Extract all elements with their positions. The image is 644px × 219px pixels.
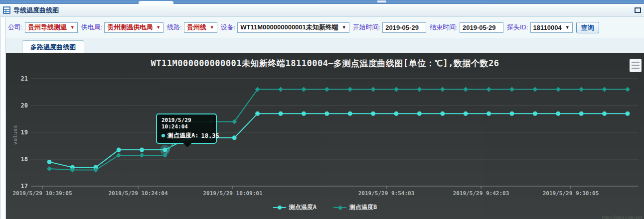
top-menu-text-remnant (377, 0, 386, 2)
line-select[interactable]: 贵州线 ▼ (184, 22, 217, 33)
top-menu-active-tab[interactable] (139, 1, 173, 5)
line-field: 线路: 贵州线 ▼ (167, 22, 217, 33)
company-label: 公司: (8, 23, 23, 32)
tooltip-value-row: 测点温度A: 18.35 (161, 131, 211, 140)
dropdown-arrow-icon: ▼ (210, 25, 214, 30)
chart-title: WT11M000000000001未知新终端18110004—多测点温度曲线图[… (6, 58, 644, 69)
svg-text:values: values (12, 125, 18, 145)
tooltip-series-label: 测点温度A: (167, 131, 198, 140)
start-time-label: 开始时间: (353, 23, 381, 32)
maximize-icon[interactable] (635, 7, 641, 13)
chart-panel: 2120191817values2019/5/29 10:39:052019/5… (6, 53, 644, 219)
svg-text:2019/5/29 9:42:03: 2019/5/29 9:42:03 (453, 190, 509, 197)
tab-multi-temperature-curve[interactable]: 多路温度曲线图 (22, 40, 84, 54)
end-time-field: 结束时间: 2019-05-29 (430, 22, 503, 33)
line-label: 线路: (167, 23, 182, 32)
power-bureau-field: 供电局: 贵州测温供电局 ▼ (81, 22, 164, 33)
svg-text:18: 18 (21, 156, 28, 163)
end-date-input[interactable]: 2019-05-29 (460, 22, 503, 33)
dropdown-arrow-icon: ▼ (342, 25, 346, 30)
svg-text:2019/5/29 9:54:03: 2019/5/29 9:54:03 (358, 190, 415, 197)
svg-text:2019/5/29 9:30:05: 2019/5/29 9:30:05 (543, 190, 599, 197)
diamond-marker-icon (333, 205, 346, 210)
dropdown-arrow-icon: ▼ (565, 25, 570, 30)
svg-text:2019/5/29 10:09:01: 2019/5/29 10:09:01 (203, 190, 263, 197)
left-gutter (0, 17, 6, 219)
svg-text:20: 20 (21, 102, 28, 109)
device-label: 设备: (221, 23, 236, 32)
tooltip-caret (183, 143, 192, 147)
watermark: https://blog.csdn.net (602, 215, 642, 219)
probe-id-select[interactable]: 18110004 ▼ (530, 22, 573, 33)
legend-item-series-b[interactable]: 测点温度B (333, 203, 377, 212)
start-time-field: 开始时间: 2019-05-29 (353, 22, 427, 33)
table-icon (3, 6, 10, 14)
dropdown-arrow-icon: ▼ (70, 25, 75, 30)
circle-marker-icon (273, 205, 286, 210)
legend-label-series-a: 测点温度A (289, 203, 317, 212)
power-bureau-select[interactable]: 贵州测温供电局 ▼ (104, 22, 163, 33)
end-time-label: 结束时间: (430, 23, 458, 32)
device-select[interactable]: WT11M000000000001未知新终端 ▼ (237, 22, 349, 33)
company-field: 公司: 贵州导线测温 ▼ (8, 22, 78, 33)
series-dot-icon (161, 134, 165, 137)
legend-label-series-b: 测点温度B (349, 203, 377, 212)
svg-text:21: 21 (21, 75, 28, 82)
probe-id-field: 探头ID: 18110004 ▼ (507, 22, 573, 33)
page-title: 导线温度曲线图 (13, 6, 59, 15)
svg-text:2019/5/29 10:39:05: 2019/5/29 10:39:05 (12, 190, 72, 197)
svg-text:17: 17 (21, 183, 28, 190)
title-bar: 导线温度曲线图 (0, 4, 644, 17)
toolbox-data-view-icon[interactable] (630, 59, 642, 72)
tooltip-time: 2019/5/29 10:24:04 (161, 117, 211, 130)
tab-strip: 多路温度曲线图 (0, 38, 644, 53)
query-toolbar: 公司: 贵州导线测温 ▼ 供电局: 贵州测温供电局 ▼ 线路: 贵州线 ▼ 设备… (0, 17, 644, 38)
start-date-input[interactable]: 2019-05-29 (382, 22, 426, 33)
company-select[interactable]: 贵州导线测温 ▼ (25, 22, 78, 33)
device-field: 设备: WT11M000000000001未知新终端 ▼ (221, 22, 349, 33)
svg-text:19: 19 (21, 129, 28, 136)
top-menu-bar (0, 0, 644, 4)
chart-tooltip: 2019/5/29 10:24:04 测点温度A: 18.35 (156, 113, 217, 144)
chart-legend: 测点温度A 测点温度B (6, 203, 644, 212)
query-button[interactable]: 查询 (576, 22, 599, 33)
tooltip-value: 18.35 (201, 132, 219, 139)
power-bureau-label: 供电局: (81, 23, 103, 32)
chart-canvas[interactable]: 2120191817values2019/5/29 10:39:052019/5… (6, 53, 644, 219)
svg-text:2019/5/29 10:24:04: 2019/5/29 10:24:04 (108, 190, 168, 197)
probe-id-label: 探头ID: (507, 23, 528, 32)
legend-item-series-a[interactable]: 测点温度A (273, 203, 317, 212)
page: 导线温度曲线图 公司: 贵州导线测温 ▼ 供电局: 贵州测温供电局 ▼ 线路: … (0, 0, 644, 219)
dropdown-arrow-icon: ▼ (156, 25, 161, 30)
